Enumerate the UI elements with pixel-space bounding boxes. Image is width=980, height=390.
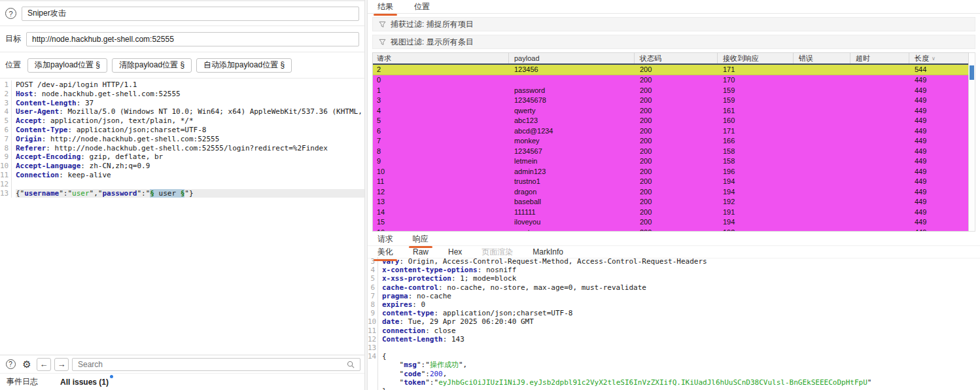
code-segment: User-Agent	[16, 107, 59, 116]
cell-请求: 14	[373, 208, 509, 216]
code-line: 1POST /dev-api/login HTTP/1.1	[0, 80, 364, 90]
cell-长度: 449	[909, 107, 968, 115]
search-input[interactable]	[78, 360, 343, 369]
table-row[interactable]: 0200170449	[373, 75, 968, 86]
code-segment: 200	[430, 370, 443, 378]
code-segment: Accept-Encoding	[16, 152, 80, 161]
payload-position-button-0[interactable]: 添加payload位置 §	[27, 58, 107, 73]
code-segment: pragma	[382, 292, 408, 300]
table-row[interactable]: 4qwerty200161449	[373, 105, 968, 116]
tab-结果[interactable]: 结果	[377, 0, 394, 14]
tab-响应[interactable]: 响应	[412, 232, 429, 246]
view-tab-MarkInfo[interactable]: MarkInfo	[532, 246, 564, 258]
results-scrollbar[interactable]	[969, 52, 975, 232]
table-row[interactable]: 10admin123200196449	[373, 166, 968, 177]
code-segment: eyJhbGciOiJIUzI1NiJ9.eyJsb2dpbl91c2VyX2t…	[438, 378, 867, 387]
line-number: 13	[0, 189, 12, 198]
request-editor[interactable]: 1POST /dev-api/login HTTP/1.12Host: node…	[0, 79, 364, 355]
code-segment: : 0	[412, 300, 425, 309]
column-header-payload[interactable]: payload	[509, 53, 635, 63]
target-input[interactable]: http://node.hackhub.get-shell.com:52555	[26, 32, 359, 46]
code-segment: : no-cache, no-store, max-age=0, must-re…	[438, 283, 646, 292]
cell-接收到响应: 161	[718, 107, 794, 115]
code-line: 4x-content-type-options: nosniff	[368, 266, 980, 274]
code-line: 10date: Tue, 29 Apr 2025 06:20:40 GMT	[368, 317, 980, 326]
code-line: "token":"eyJhbGciOiJIUzI1NiJ9.eyJsb2dpbl…	[368, 378, 980, 387]
table-row[interactable]: 11trustno1200194449	[373, 177, 968, 187]
column-header-请求[interactable]: 请求	[373, 53, 509, 63]
code-line-content: connection: close	[382, 327, 980, 335]
line-number: 5	[368, 274, 378, 283]
response-viewer[interactable]: 3vary: Origin, Access-Control-Request-Me…	[368, 257, 980, 390]
table-row[interactable]: 16master200192449	[373, 227, 968, 231]
column-header-状态码[interactable]: 状态码	[635, 53, 718, 63]
cell-状态码: 200	[635, 96, 718, 104]
cell-状态码: 200	[635, 137, 718, 145]
table-row[interactable]: 1password200159449	[373, 85, 968, 96]
table-row[interactable]: 12dragon200194449	[373, 186, 968, 197]
code-segment: : no-cache	[408, 292, 451, 300]
column-header-错误[interactable]: 错误	[794, 53, 850, 63]
column-header-超时[interactable]: 超时	[850, 53, 909, 63]
cell-长度: 449	[909, 168, 968, 175]
view-tab-Raw[interactable]: Raw	[412, 246, 429, 258]
forward-arrow-button[interactable]: →	[54, 358, 69, 371]
code-segment: : application/json;charset=UTF-8	[434, 309, 572, 317]
code-segment: ":	[421, 370, 430, 378]
tab-请求[interactable]: 请求	[377, 232, 394, 246]
cell-请求: 13	[373, 198, 509, 205]
code-line: 4User-Agent: Mozilla/5.0 (Windows NT 10.…	[0, 107, 364, 116]
code-segment: Referer	[16, 144, 46, 152]
code-line-content: Referer: http://node.hackhub.get-shell.c…	[16, 144, 364, 153]
code-segment: Connection	[16, 171, 59, 179]
line-number	[368, 370, 378, 378]
payload-position-button-2[interactable]: 自动添加payload位置 §	[196, 58, 292, 73]
back-arrow-button[interactable]: ←	[37, 358, 51, 371]
table-row[interactable]: 312345678200159449	[373, 96, 968, 106]
all-issues-tab[interactable]: All issues (1)	[60, 378, 109, 387]
table-row[interactable]: 7monkey200166449	[373, 136, 968, 147]
help-icon[interactable]: ?	[5, 8, 16, 19]
view-tab-页面渲染[interactable]: 页面渲染	[481, 245, 514, 259]
view-tab-Hex[interactable]: Hex	[447, 246, 463, 258]
positions-label: 位置	[5, 60, 21, 71]
table-row[interactable]: 81234567200158449	[373, 146, 968, 156]
code-segment: {	[382, 352, 387, 361]
gear-icon[interactable]: ⚙	[20, 358, 33, 371]
table-row[interactable]: 14111111200191449	[373, 207, 968, 217]
code-segment: "	[382, 378, 404, 387]
attack-type-field[interactable]: Sniper攻击	[22, 7, 359, 21]
code-line-content: Accept: application/json, text/plain, */…	[16, 116, 364, 126]
payload-position-button-1[interactable]: 清除payload位置 §	[112, 58, 192, 73]
code-segment: : nosniff	[478, 266, 517, 274]
help-icon-small[interactable]: ?	[4, 358, 17, 371]
table-row[interactable]: 13baseball200192449	[373, 197, 968, 207]
cell-接收到响应: 160	[718, 116, 794, 124]
line-number	[368, 378, 378, 387]
cell-长度: 449	[909, 86, 968, 94]
column-label: payload	[514, 54, 540, 62]
code-segment: : close	[425, 327, 455, 335]
table-row[interactable]: 2123456200171544	[373, 65, 968, 75]
view-tab-美化[interactable]: 美化	[377, 245, 394, 259]
cell-接收到响应: 192	[718, 198, 794, 205]
cell-payload: letmein	[509, 157, 635, 165]
cell-请求: 9	[373, 157, 509, 165]
table-row[interactable]: 15iloveyou200194449	[373, 217, 968, 228]
view-filter-bar[interactable]: 视图过滤: 显示所有条目	[372, 35, 975, 49]
code-line-content	[382, 344, 980, 352]
attack-config-panel: ? Sniper攻击 目标 http://node.hackhub.get-sh…	[0, 0, 364, 390]
code-segment: POST /dev-api/login HTTP/1.1	[16, 80, 137, 89]
cell-payload: abc123	[509, 116, 635, 124]
tab-位置[interactable]: 位置	[413, 0, 430, 14]
results-scrollbar-thumb[interactable]	[970, 65, 974, 80]
column-header-长度[interactable]: 长度∨	[909, 53, 968, 63]
column-header-接收到响应[interactable]: 接收到响应	[718, 53, 794, 63]
table-row[interactable]: 9letmein200158449	[373, 156, 968, 167]
table-row[interactable]: 5abc123200160449	[373, 116, 968, 126]
cell-请求: 16	[373, 228, 509, 231]
table-row[interactable]: 6abcd@1234200171449	[373, 126, 968, 136]
event-log-tab[interactable]: 事件日志	[7, 376, 38, 387]
cell-payload: 123456	[509, 65, 635, 73]
capture-filter-bar[interactable]: 捕获过滤: 捕捉所有项目	[372, 17, 975, 31]
